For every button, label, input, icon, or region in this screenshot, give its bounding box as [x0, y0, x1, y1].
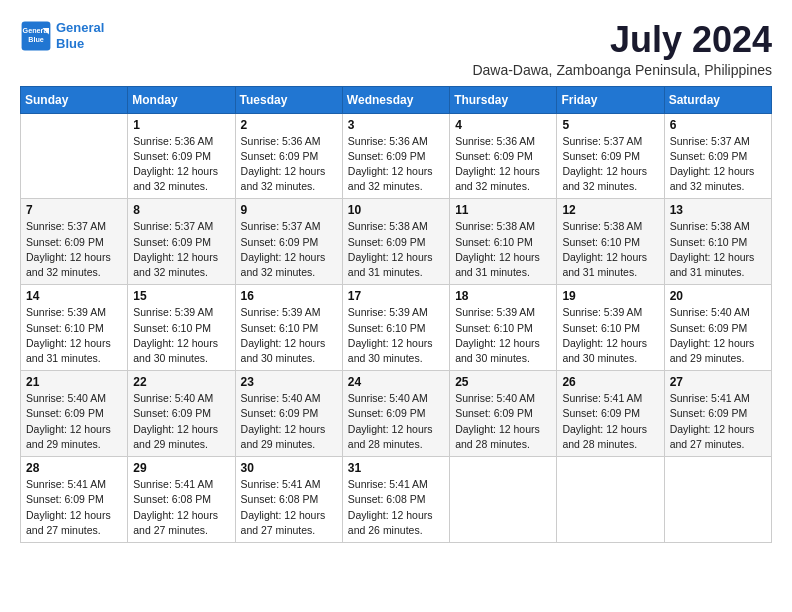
calendar-cell: 12Sunrise: 5:38 AM Sunset: 6:10 PM Dayli… [557, 199, 664, 285]
day-number: 23 [241, 375, 337, 389]
header-wednesday: Wednesday [342, 86, 449, 113]
header-thursday: Thursday [450, 86, 557, 113]
calendar-cell: 21Sunrise: 5:40 AM Sunset: 6:09 PM Dayli… [21, 371, 128, 457]
calendar-cell: 25Sunrise: 5:40 AM Sunset: 6:09 PM Dayli… [450, 371, 557, 457]
calendar-cell: 22Sunrise: 5:40 AM Sunset: 6:09 PM Dayli… [128, 371, 235, 457]
day-number: 29 [133, 461, 229, 475]
day-info: Sunrise: 5:38 AM Sunset: 6:10 PM Dayligh… [670, 219, 766, 280]
day-number: 21 [26, 375, 122, 389]
day-info: Sunrise: 5:41 AM Sunset: 6:08 PM Dayligh… [133, 477, 229, 538]
day-number: 8 [133, 203, 229, 217]
calendar-cell: 26Sunrise: 5:41 AM Sunset: 6:09 PM Dayli… [557, 371, 664, 457]
day-info: Sunrise: 5:38 AM Sunset: 6:10 PM Dayligh… [455, 219, 551, 280]
calendar-cell [664, 457, 771, 543]
day-number: 18 [455, 289, 551, 303]
day-number: 26 [562, 375, 658, 389]
calendar-cell: 14Sunrise: 5:39 AM Sunset: 6:10 PM Dayli… [21, 285, 128, 371]
day-number: 31 [348, 461, 444, 475]
page-header: General Blue General Blue July 2024 Dawa… [20, 20, 772, 78]
day-info: Sunrise: 5:39 AM Sunset: 6:10 PM Dayligh… [241, 305, 337, 366]
day-info: Sunrise: 5:37 AM Sunset: 6:09 PM Dayligh… [562, 134, 658, 195]
day-number: 19 [562, 289, 658, 303]
week-row-1: 1Sunrise: 5:36 AM Sunset: 6:09 PM Daylig… [21, 113, 772, 199]
day-number: 1 [133, 118, 229, 132]
day-info: Sunrise: 5:39 AM Sunset: 6:10 PM Dayligh… [562, 305, 658, 366]
calendar-cell: 2Sunrise: 5:36 AM Sunset: 6:09 PM Daylig… [235, 113, 342, 199]
calendar-cell: 7Sunrise: 5:37 AM Sunset: 6:09 PM Daylig… [21, 199, 128, 285]
svg-text:Blue: Blue [28, 35, 44, 44]
calendar-header-row: SundayMondayTuesdayWednesdayThursdayFrid… [21, 86, 772, 113]
day-number: 16 [241, 289, 337, 303]
calendar-cell: 27Sunrise: 5:41 AM Sunset: 6:09 PM Dayli… [664, 371, 771, 457]
calendar-cell: 8Sunrise: 5:37 AM Sunset: 6:09 PM Daylig… [128, 199, 235, 285]
header-sunday: Sunday [21, 86, 128, 113]
day-info: Sunrise: 5:41 AM Sunset: 6:09 PM Dayligh… [670, 391, 766, 452]
calendar-cell: 3Sunrise: 5:36 AM Sunset: 6:09 PM Daylig… [342, 113, 449, 199]
day-number: 22 [133, 375, 229, 389]
day-number: 11 [455, 203, 551, 217]
day-info: Sunrise: 5:41 AM Sunset: 6:09 PM Dayligh… [26, 477, 122, 538]
day-number: 15 [133, 289, 229, 303]
day-number: 25 [455, 375, 551, 389]
calendar-cell: 18Sunrise: 5:39 AM Sunset: 6:10 PM Dayli… [450, 285, 557, 371]
day-info: Sunrise: 5:37 AM Sunset: 6:09 PM Dayligh… [26, 219, 122, 280]
calendar-cell: 1Sunrise: 5:36 AM Sunset: 6:09 PM Daylig… [128, 113, 235, 199]
week-row-5: 28Sunrise: 5:41 AM Sunset: 6:09 PM Dayli… [21, 457, 772, 543]
header-monday: Monday [128, 86, 235, 113]
calendar-cell: 19Sunrise: 5:39 AM Sunset: 6:10 PM Dayli… [557, 285, 664, 371]
title-section: July 2024 Dawa-Dawa, Zamboanga Peninsula… [472, 20, 772, 78]
week-row-3: 14Sunrise: 5:39 AM Sunset: 6:10 PM Dayli… [21, 285, 772, 371]
day-info: Sunrise: 5:36 AM Sunset: 6:09 PM Dayligh… [133, 134, 229, 195]
calendar-cell: 5Sunrise: 5:37 AM Sunset: 6:09 PM Daylig… [557, 113, 664, 199]
logo-text: General Blue [56, 20, 104, 51]
header-saturday: Saturday [664, 86, 771, 113]
calendar-cell: 11Sunrise: 5:38 AM Sunset: 6:10 PM Dayli… [450, 199, 557, 285]
calendar-cell: 31Sunrise: 5:41 AM Sunset: 6:08 PM Dayli… [342, 457, 449, 543]
week-row-4: 21Sunrise: 5:40 AM Sunset: 6:09 PM Dayli… [21, 371, 772, 457]
day-info: Sunrise: 5:36 AM Sunset: 6:09 PM Dayligh… [241, 134, 337, 195]
calendar-cell: 4Sunrise: 5:36 AM Sunset: 6:09 PM Daylig… [450, 113, 557, 199]
subtitle: Dawa-Dawa, Zamboanga Peninsula, Philippi… [472, 62, 772, 78]
calendar-cell: 29Sunrise: 5:41 AM Sunset: 6:08 PM Dayli… [128, 457, 235, 543]
day-number: 3 [348, 118, 444, 132]
calendar-cell: 9Sunrise: 5:37 AM Sunset: 6:09 PM Daylig… [235, 199, 342, 285]
day-info: Sunrise: 5:40 AM Sunset: 6:09 PM Dayligh… [455, 391, 551, 452]
day-info: Sunrise: 5:40 AM Sunset: 6:09 PM Dayligh… [133, 391, 229, 452]
main-title: July 2024 [472, 20, 772, 60]
day-info: Sunrise: 5:39 AM Sunset: 6:10 PM Dayligh… [455, 305, 551, 366]
day-number: 28 [26, 461, 122, 475]
calendar-cell: 10Sunrise: 5:38 AM Sunset: 6:09 PM Dayli… [342, 199, 449, 285]
day-number: 27 [670, 375, 766, 389]
day-number: 24 [348, 375, 444, 389]
day-number: 12 [562, 203, 658, 217]
day-number: 5 [562, 118, 658, 132]
day-info: Sunrise: 5:39 AM Sunset: 6:10 PM Dayligh… [26, 305, 122, 366]
day-info: Sunrise: 5:40 AM Sunset: 6:09 PM Dayligh… [241, 391, 337, 452]
calendar-cell: 20Sunrise: 5:40 AM Sunset: 6:09 PM Dayli… [664, 285, 771, 371]
calendar-cell: 16Sunrise: 5:39 AM Sunset: 6:10 PM Dayli… [235, 285, 342, 371]
day-info: Sunrise: 5:41 AM Sunset: 6:08 PM Dayligh… [241, 477, 337, 538]
day-info: Sunrise: 5:38 AM Sunset: 6:09 PM Dayligh… [348, 219, 444, 280]
calendar-cell: 15Sunrise: 5:39 AM Sunset: 6:10 PM Dayli… [128, 285, 235, 371]
logo-icon: General Blue [20, 20, 52, 52]
day-info: Sunrise: 5:39 AM Sunset: 6:10 PM Dayligh… [348, 305, 444, 366]
day-info: Sunrise: 5:40 AM Sunset: 6:09 PM Dayligh… [348, 391, 444, 452]
calendar-body: 1Sunrise: 5:36 AM Sunset: 6:09 PM Daylig… [21, 113, 772, 542]
logo: General Blue General Blue [20, 20, 104, 52]
day-number: 17 [348, 289, 444, 303]
day-number: 14 [26, 289, 122, 303]
calendar-table: SundayMondayTuesdayWednesdayThursdayFrid… [20, 86, 772, 543]
day-number: 2 [241, 118, 337, 132]
day-info: Sunrise: 5:37 AM Sunset: 6:09 PM Dayligh… [670, 134, 766, 195]
day-number: 13 [670, 203, 766, 217]
calendar-cell: 17Sunrise: 5:39 AM Sunset: 6:10 PM Dayli… [342, 285, 449, 371]
day-number: 6 [670, 118, 766, 132]
day-info: Sunrise: 5:37 AM Sunset: 6:09 PM Dayligh… [241, 219, 337, 280]
day-number: 9 [241, 203, 337, 217]
calendar-cell [21, 113, 128, 199]
calendar-cell [557, 457, 664, 543]
calendar-cell: 23Sunrise: 5:40 AM Sunset: 6:09 PM Dayli… [235, 371, 342, 457]
day-info: Sunrise: 5:39 AM Sunset: 6:10 PM Dayligh… [133, 305, 229, 366]
calendar-cell: 30Sunrise: 5:41 AM Sunset: 6:08 PM Dayli… [235, 457, 342, 543]
day-number: 20 [670, 289, 766, 303]
